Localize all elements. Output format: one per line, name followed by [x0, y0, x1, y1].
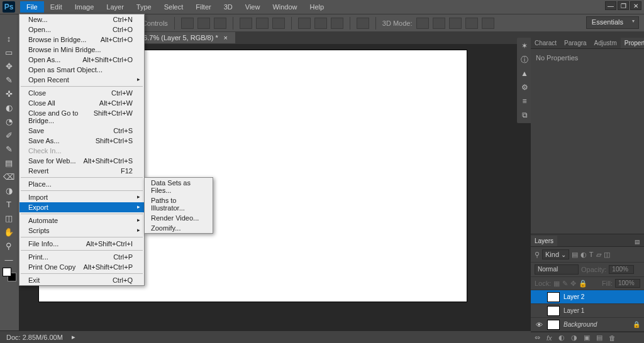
filter-shape-icon[interactable]: ▱: [596, 251, 601, 259]
document-tab[interactable]: 66.7% (Layer 5, RGB/8) * ×: [132, 32, 235, 43]
menu-edit[interactable]: Edit: [44, 1, 69, 13]
tool-0[interactable]: ↕: [0, 31, 18, 45]
dist-btn[interactable]: [314, 18, 327, 29]
file-menu-scripts[interactable]: Scripts▸: [19, 226, 144, 236]
file-menu-file-info[interactable]: File Info...Alt+Shift+Ctrl+I: [19, 239, 144, 249]
new-layer-icon[interactable]: ▤: [596, 334, 602, 342]
menu-filter[interactable]: Filter: [189, 1, 217, 13]
tool-15[interactable]: ⚲: [0, 239, 18, 253]
file-menu-place[interactable]: Place...: [19, 179, 144, 189]
align-btn[interactable]: [214, 18, 226, 29]
file-menu-save[interactable]: SaveCtrl+S: [19, 126, 144, 136]
maximize-button[interactable]: ❐: [618, 1, 629, 10]
tab-charact[interactable]: Charact: [531, 38, 560, 48]
tab-close-icon[interactable]: ×: [224, 34, 228, 41]
tool-4[interactable]: ✜: [0, 87, 18, 101]
file-menu-close-and-go-to-bridge[interactable]: Close and Go to Bridge...Shift+Ctrl+W: [19, 108, 144, 126]
tool-3[interactable]: ✎: [0, 73, 18, 87]
link-layers-icon[interactable]: ⇔: [535, 334, 540, 342]
menu-file[interactable]: File: [20, 1, 44, 13]
file-menu-open[interactable]: Open...Ctrl+O: [19, 24, 144, 35]
panel-icon-3[interactable]: ⚙: [519, 82, 530, 93]
3d-btn[interactable]: [433, 18, 445, 29]
tool-9[interactable]: ▤: [0, 156, 18, 170]
minimize-button[interactable]: —: [605, 1, 616, 10]
tool-8[interactable]: ✎: [0, 142, 18, 156]
panel-icon-4[interactable]: ≡: [519, 95, 530, 107]
panel-icon-0[interactable]: ✶: [519, 40, 530, 52]
file-menu-new[interactable]: New...Ctrl+N: [19, 14, 144, 24]
group-icon[interactable]: ▣: [584, 334, 590, 342]
export-data-sets-as-files[interactable]: Data Sets as Files...: [145, 178, 213, 195]
layer-item[interactable]: Layer 1: [531, 304, 644, 318]
dist-btn[interactable]: [357, 18, 369, 29]
tool-16[interactable]: —: [0, 253, 18, 266]
tool-12[interactable]: T: [0, 197, 18, 211]
export-paths-to-illustrator[interactable]: Paths to Illustrator...: [145, 195, 213, 213]
file-menu-open-as[interactable]: Open As...Alt+Shift+Ctrl+O: [19, 55, 144, 65]
opacity-value[interactable]: 100%: [609, 265, 634, 274]
tab-paragra[interactable]: Paragra: [560, 38, 591, 48]
filter-smart-icon[interactable]: ◫: [604, 251, 610, 259]
lock-pos-icon[interactable]: ✥: [570, 280, 576, 288]
tool-1[interactable]: ▭: [0, 45, 18, 59]
fill-value[interactable]: 100%: [615, 279, 640, 288]
file-menu-open-recent[interactable]: Open Recent▸: [19, 75, 144, 85]
3d-btn[interactable]: [416, 18, 429, 29]
file-menu-automate[interactable]: Automate▸: [19, 215, 144, 226]
export-render-video[interactable]: Render Video...: [145, 213, 213, 223]
file-menu-open-as-smart-object[interactable]: Open as Smart Object...: [19, 65, 144, 75]
filter-pixel-icon[interactable]: ▤: [572, 251, 578, 259]
file-menu-close-all[interactable]: Close AllAlt+Ctrl+W: [19, 98, 144, 108]
menu-3d[interactable]: 3D: [218, 1, 239, 13]
tool-7[interactable]: ✐: [0, 128, 18, 142]
align-btn[interactable]: [272, 18, 285, 29]
align-btn[interactable]: [240, 18, 252, 29]
file-menu-print[interactable]: Print...Ctrl+P: [19, 252, 144, 262]
panel-icon-1[interactable]: ⓘ: [519, 54, 530, 65]
panel-menu-icon[interactable]: ▤: [631, 237, 644, 246]
filter-type-icon[interactable]: T: [589, 251, 594, 258]
adjustment-icon[interactable]: ◑: [571, 334, 577, 342]
menu-view[interactable]: View: [239, 1, 267, 13]
kind-filter[interactable]: Kind ⌄: [542, 249, 569, 259]
lock-trans-icon[interactable]: ▦: [553, 280, 560, 288]
file-menu-browse-in-bridge[interactable]: Browse in Bridge...Alt+Ctrl+O: [19, 35, 144, 45]
menu-layer[interactable]: Layer: [100, 1, 130, 13]
close-button[interactable]: ✕: [630, 1, 641, 10]
lock-pixel-icon[interactable]: ✎: [562, 280, 568, 288]
layer-item[interactable]: 👁Background🔒: [531, 318, 644, 332]
3d-btn[interactable]: [482, 18, 494, 29]
panel-icon-5[interactable]: ⧉: [519, 109, 530, 121]
3d-btn[interactable]: [465, 18, 478, 29]
tool-11[interactable]: ◑: [0, 183, 18, 197]
align-btn[interactable]: [181, 18, 194, 29]
file-menu-print-one-copy[interactable]: Print One CopyAlt+Shift+Ctrl+P: [19, 262, 144, 272]
menu-window[interactable]: Window: [266, 1, 303, 13]
tool-14[interactable]: ✋: [0, 225, 18, 239]
dist-btn[interactable]: [298, 18, 311, 29]
tab-layers[interactable]: Layers: [531, 236, 557, 246]
fx-icon[interactable]: fx: [547, 334, 552, 342]
tool-2[interactable]: ✥: [0, 59, 18, 73]
visibility-icon[interactable]: 👁: [535, 321, 543, 329]
filter-adjust-icon[interactable]: ◐: [580, 251, 587, 259]
status-arrow-icon[interactable]: ▸: [72, 333, 75, 341]
trash-icon[interactable]: 🗑: [609, 334, 616, 342]
file-menu-browse-in-mini-bridge[interactable]: Browse in Mini Bridge...: [19, 45, 144, 55]
tool-5[interactable]: ◐: [0, 101, 18, 114]
tool-10[interactable]: ⌫: [0, 170, 18, 183]
dist-btn[interactable]: [331, 18, 343, 29]
workspace-selector[interactable]: Essentials: [586, 16, 639, 29]
lock-all-icon[interactable]: 🔒: [579, 280, 587, 288]
file-menu-save-as[interactable]: Save As...Shift+Ctrl+S: [19, 136, 144, 146]
align-btn[interactable]: [197, 18, 210, 29]
blend-mode-select[interactable]: Normal: [535, 264, 579, 275]
menu-image[interactable]: Image: [69, 1, 101, 13]
3d-btn[interactable]: [449, 18, 462, 29]
file-menu-save-for-web[interactable]: Save for Web...Alt+Shift+Ctrl+S: [19, 156, 144, 166]
file-menu-close[interactable]: CloseCtrl+W: [19, 88, 144, 98]
tab-properties[interactable]: Properties: [621, 38, 644, 48]
file-menu-import[interactable]: Import▸: [19, 192, 144, 202]
tab-adjustm[interactable]: Adjustm: [591, 38, 621, 48]
